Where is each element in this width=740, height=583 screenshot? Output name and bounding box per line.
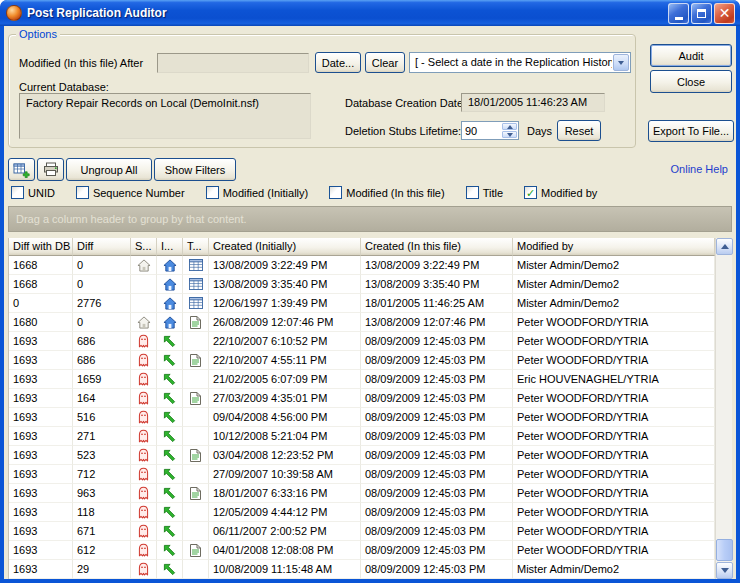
column-toggle-sequence-number[interactable]: Sequence Number — [76, 186, 185, 199]
table-row[interactable]: 169367106/11/2007 2:00:52 PM08/09/2009 1… — [9, 522, 715, 541]
column-header-diff[interactable]: Diff — [73, 238, 131, 256]
doc-icon — [183, 446, 209, 465]
table-row[interactable]: 1668013/08/2009 3:22:49 PM13/08/2009 3:2… — [9, 256, 715, 275]
vertical-scrollbar[interactable] — [715, 238, 732, 579]
column-toggle-unid[interactable]: UNID — [11, 186, 55, 199]
table-row[interactable]: 169327110/12/2008 5:21:04 PM08/09/2009 1… — [9, 427, 715, 446]
grid-header: Diff with DBDiffS...I...T...Created (Ini… — [9, 238, 715, 256]
icon-cell-empty — [183, 408, 209, 427]
titlebar: Post Replication Auditor ✕ — [0, 0, 740, 26]
cell-created-initially: 27/09/2007 10:39:58 AM — [209, 465, 361, 484]
ghost-icon — [131, 408, 157, 427]
cell-diff: 2776 — [73, 294, 131, 313]
cell-modified-by: Peter WOODFORD/YTRIA — [513, 351, 715, 370]
column-toggle-modified-initially[interactable]: Modified (Initially) — [206, 186, 309, 199]
app-icon — [6, 5, 22, 21]
table-row[interactable]: 1668013/08/2009 3:35:40 PM13/08/2009 3:3… — [9, 275, 715, 294]
cell-diff: 712 — [73, 465, 131, 484]
table-row[interactable]: 169311812/05/2009 4:44:12 PM08/09/2009 1… — [9, 503, 715, 522]
show-filters-button[interactable]: Show Filters — [154, 158, 236, 181]
checkbox-unchecked[interactable] — [466, 186, 479, 199]
deletion-stubs-input[interactable] — [462, 122, 501, 139]
customize-grid-button[interactable] — [8, 158, 35, 181]
scroll-up-button[interactable] — [716, 238, 733, 255]
table-row[interactable]: 169316427/03/2009 4:35:01 PM08/09/2009 1… — [9, 389, 715, 408]
column-header-modified-by[interactable]: Modified by — [513, 238, 715, 256]
checkbox-unchecked[interactable] — [76, 186, 89, 199]
column-header-status-icon[interactable]: S... — [131, 238, 157, 256]
arrow-in-icon — [157, 332, 183, 351]
cell-diff: 118 — [73, 503, 131, 522]
dropdown-button[interactable] — [613, 54, 629, 71]
options-groupbox: Options Modified (In this file) After Da… — [8, 34, 636, 148]
checkbox-unchecked[interactable] — [329, 186, 342, 199]
deletion-stubs-spinner[interactable] — [461, 121, 519, 140]
spin-down-button[interactable] — [502, 131, 517, 138]
table-row[interactable]: 169351609/04/2008 4:56:00 PM08/09/2009 1… — [9, 408, 715, 427]
cell-created-in-this-file: 08/09/2009 12:45:03 PM — [361, 446, 513, 465]
cell-created-in-this-file: 08/09/2009 12:45:03 PM — [361, 503, 513, 522]
db-creation-date-value: 18/01/2005 11:46:23 AM — [461, 93, 605, 112]
current-database-value: Factory Repair Records on Local (DemoIni… — [19, 93, 311, 139]
online-help-link[interactable]: Online Help — [671, 163, 728, 175]
close-dialog-button[interactable]: Close — [650, 70, 732, 93]
group-by-bar[interactable]: Drag a column header to group by that co… — [8, 206, 732, 232]
modified-after-input[interactable] — [157, 53, 309, 73]
minimize-button[interactable] — [668, 3, 689, 24]
table-row[interactable]: 169361204/01/2008 12:08:08 PM08/09/2009 … — [9, 541, 715, 560]
checkbox-checked[interactable]: ✓ — [524, 186, 537, 199]
table-row[interactable]: 1680026/08/2009 12:07:46 PM13/08/2009 12… — [9, 313, 715, 332]
table-row[interactable]: 169368622/10/2007 6:10:52 PM08/09/2009 1… — [9, 332, 715, 351]
reset-button[interactable]: Reset — [557, 120, 601, 141]
cell-diff-with-db: 1668 — [9, 256, 73, 275]
replication-history-dropdown[interactable]: [ - Select a date in the Replication His… — [409, 52, 631, 73]
column-toggle-modified-in-this-file[interactable]: Modified (In this file) — [329, 186, 444, 199]
checkbox-unchecked[interactable] — [206, 186, 219, 199]
cell-modified-by: Eric HOUVENAGHEL/YTRIA — [513, 370, 715, 389]
scrollbar-thumb[interactable] — [716, 539, 733, 561]
cell-diff-with-db: 1693 — [9, 484, 73, 503]
column-header-replica-icon[interactable]: I... — [157, 238, 183, 256]
cell-diff-with-db: 1693 — [9, 541, 73, 560]
cell-created-initially: 10/12/2008 5:21:04 PM — [209, 427, 361, 446]
clear-button[interactable]: Clear — [365, 52, 405, 73]
arrow-in-icon — [157, 370, 183, 389]
column-header-created-initially[interactable]: Created (Initially) — [209, 238, 361, 256]
column-header-type-icon[interactable]: T... — [183, 238, 209, 256]
column-toggle-title[interactable]: Title — [466, 186, 503, 199]
cell-diff-with-db: 1693 — [9, 351, 73, 370]
house-gray-icon — [131, 313, 157, 332]
scroll-down-button[interactable] — [716, 562, 733, 579]
spin-up-button[interactable] — [502, 123, 517, 130]
table-row[interactable]: 169368622/10/2007 4:55:11 PM08/09/2009 1… — [9, 351, 715, 370]
cell-modified-by: Peter WOODFORD/YTRIA — [513, 522, 715, 541]
house-blue-icon — [157, 256, 183, 275]
cell-created-in-this-file: 08/09/2009 12:45:03 PM — [361, 465, 513, 484]
column-header-created-in-this-file[interactable]: Created (In this file) — [361, 238, 513, 256]
maximize-button[interactable] — [691, 3, 712, 24]
export-to-file-button[interactable]: Export To File... — [648, 120, 734, 142]
table-row[interactable]: 169371227/09/2007 10:39:58 AM08/09/2009 … — [9, 465, 715, 484]
table-row[interactable]: 16932910/08/2009 11:15:48 AM08/09/2009 1… — [9, 560, 715, 579]
cell-created-in-this-file: 08/09/2009 12:45:03 PM — [361, 541, 513, 560]
table-row[interactable]: 1693165921/02/2005 6:07:09 PM08/09/2009 … — [9, 370, 715, 389]
table-row[interactable]: 0277612/06/1997 1:39:49 PM18/01/2005 11:… — [9, 294, 715, 313]
house-blue-icon — [157, 313, 183, 332]
cell-created-in-this-file: 08/09/2009 12:45:03 PM — [361, 522, 513, 541]
doc-icon — [183, 484, 209, 503]
cell-created-in-this-file: 18/01/2005 11:46:25 AM — [361, 294, 513, 313]
cell-modified-by: Peter WOODFORD/YTRIA — [513, 313, 715, 332]
checkbox-unchecked[interactable] — [11, 186, 24, 199]
chevron-down-icon — [618, 61, 624, 68]
ungroup-all-button[interactable]: Ungroup All — [66, 158, 152, 181]
icon-cell-empty — [183, 427, 209, 446]
audit-button[interactable]: Audit — [650, 44, 732, 67]
print-button[interactable] — [37, 158, 64, 181]
column-toggle-modified-by[interactable]: ✓Modified by — [524, 186, 597, 199]
table-row[interactable]: 169396318/01/2007 6:33:16 PM08/09/2009 1… — [9, 484, 715, 503]
date-button[interactable]: Date... — [315, 52, 361, 73]
table-row[interactable]: 169352303/04/2008 12:23:52 PM08/09/2009 … — [9, 446, 715, 465]
column-header-diff-with-db[interactable]: Diff with DB — [9, 238, 73, 256]
ghost-icon — [131, 370, 157, 389]
close-button[interactable]: ✕ — [714, 3, 735, 24]
